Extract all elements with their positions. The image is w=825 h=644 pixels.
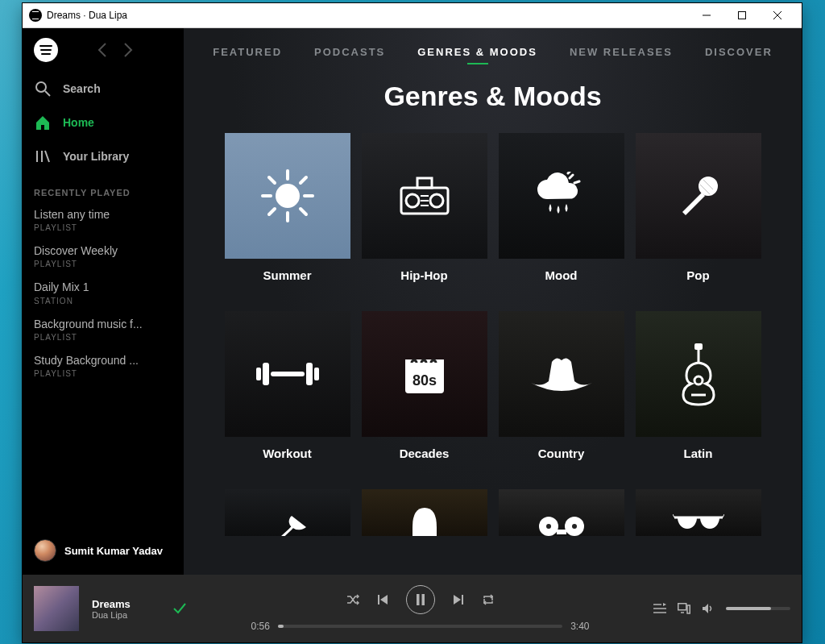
- armchair-icon: [404, 503, 445, 536]
- dumbbell-icon: [256, 358, 319, 390]
- sidebar-item-label: Home: [63, 116, 94, 129]
- svg-rect-6: [417, 178, 432, 188]
- svg-rect-9: [263, 363, 269, 385]
- genre-tile-decades[interactable]: 80s Decades: [362, 311, 487, 460]
- spotify-logo-icon: [34, 38, 58, 62]
- saved-check-icon[interactable]: [172, 601, 187, 616]
- svg-rect-26: [462, 595, 463, 605]
- tab-genres-moods[interactable]: GENRES & MOODS: [417, 46, 537, 58]
- home-icon: [34, 114, 52, 131]
- svg-rect-16: [694, 343, 703, 350]
- calendar-80s-icon: 80s: [400, 350, 449, 398]
- turntables-icon: [537, 512, 586, 536]
- progress-bar[interactable]: [278, 625, 562, 628]
- volume-button[interactable]: [702, 603, 715, 614]
- search-icon: [34, 80, 52, 98]
- now-playing-art[interactable]: [34, 586, 79, 631]
- cloud-rain-icon: [533, 172, 591, 220]
- genre-tile[interactable]: [636, 489, 761, 536]
- previous-button[interactable]: [377, 594, 388, 605]
- genre-tile[interactable]: [499, 489, 624, 536]
- svg-rect-27: [678, 604, 686, 610]
- user-profile[interactable]: Sumit Kumar Yadav: [23, 530, 184, 575]
- recent-item[interactable]: Study Background ... PLAYLIST: [23, 350, 184, 386]
- svg-rect-22: [557, 530, 566, 534]
- svg-point-2: [276, 184, 300, 208]
- svg-point-4: [406, 194, 419, 207]
- sidebar-item-library[interactable]: Your Library: [23, 139, 184, 173]
- library-icon: [34, 147, 52, 165]
- devices-button[interactable]: [678, 603, 690, 614]
- guitar-icon: [678, 342, 719, 406]
- genre-tile[interactable]: [225, 489, 350, 536]
- lamp-icon: [267, 505, 308, 536]
- maximize-button[interactable]: [724, 3, 760, 27]
- svg-rect-10: [271, 372, 305, 376]
- svg-point-21: [572, 524, 577, 529]
- sidebar-item-label: Your Library: [63, 150, 129, 163]
- svg-rect-12: [314, 368, 319, 380]
- repeat-button[interactable]: [482, 593, 495, 606]
- spotify-titlebar-icon: [29, 9, 42, 22]
- tab-podcasts[interactable]: PODCASTS: [314, 46, 385, 58]
- svg-text:80s: 80s: [412, 372, 436, 388]
- avatar: [34, 539, 56, 562]
- play-pause-button[interactable]: [406, 585, 435, 614]
- svg-rect-28: [687, 605, 690, 613]
- genre-tile-latin[interactable]: Latin: [636, 311, 761, 460]
- recent-item[interactable]: Background music f... PLAYLIST: [23, 314, 184, 350]
- boombox-icon: [396, 172, 453, 220]
- genre-tile[interactable]: [362, 489, 487, 536]
- next-button[interactable]: [453, 594, 464, 605]
- page-title: Genres & Moods: [211, 81, 774, 112]
- sun-icon: [259, 168, 316, 224]
- svg-rect-11: [306, 363, 313, 385]
- svg-rect-24: [417, 594, 420, 605]
- svg-point-20: [546, 524, 551, 529]
- microphone-icon: [674, 172, 723, 220]
- now-playing-title[interactable]: Dreams: [92, 598, 156, 610]
- recent-item[interactable]: Discover Weekly PLAYLIST: [23, 240, 184, 276]
- svg-rect-0: [739, 12, 746, 19]
- sidebar-item-home[interactable]: Home: [23, 106, 184, 139]
- svg-rect-8: [256, 368, 261, 380]
- volume-slider[interactable]: [726, 607, 790, 610]
- genre-tile-summer[interactable]: Summer: [225, 133, 350, 282]
- recent-item[interactable]: Daily Mix 1 STATION: [23, 276, 184, 313]
- genre-tile-pop[interactable]: Pop: [636, 133, 761, 282]
- tab-discover[interactable]: DISCOVER: [705, 46, 773, 58]
- svg-point-1: [36, 82, 46, 92]
- queue-button[interactable]: [653, 603, 666, 614]
- recent-item[interactable]: Listen any time PLAYLIST: [23, 204, 184, 240]
- window-title: Dreams · Dua Lipa: [47, 10, 127, 21]
- nav-forward-button[interactable]: [122, 42, 134, 58]
- svg-rect-23: [378, 595, 379, 605]
- cowboy-hat-icon: [529, 354, 594, 394]
- genre-tile-hiphop[interactable]: Hip-Hop: [362, 133, 487, 282]
- nav-back-button[interactable]: [97, 42, 108, 58]
- sidebar-item-search[interactable]: Search: [23, 72, 184, 106]
- genre-tile-workout[interactable]: Workout: [225, 311, 350, 460]
- tab-new-releases[interactable]: NEW RELEASES: [570, 46, 673, 58]
- time-current: 0:56: [251, 621, 270, 632]
- time-total: 3:40: [570, 621, 589, 632]
- recently-played-heading: RECENTLY PLAYED: [23, 173, 184, 204]
- user-name: Sumit Kumar Yadav: [64, 545, 163, 557]
- genre-tile-country[interactable]: Country: [499, 311, 624, 460]
- now-playing-artist[interactable]: Dua Lipa: [92, 610, 156, 620]
- tab-featured[interactable]: FEATURED: [213, 46, 282, 58]
- svg-point-17: [694, 376, 703, 384]
- sidebar-item-label: Search: [63, 82, 101, 95]
- svg-rect-25: [421, 594, 425, 605]
- genre-tile-mood[interactable]: Mood: [499, 133, 624, 282]
- sunglasses-icon: [673, 514, 724, 536]
- shuffle-button[interactable]: [346, 593, 359, 606]
- minimize-button[interactable]: [689, 3, 724, 27]
- svg-point-5: [430, 194, 443, 207]
- close-button[interactable]: [760, 3, 795, 27]
